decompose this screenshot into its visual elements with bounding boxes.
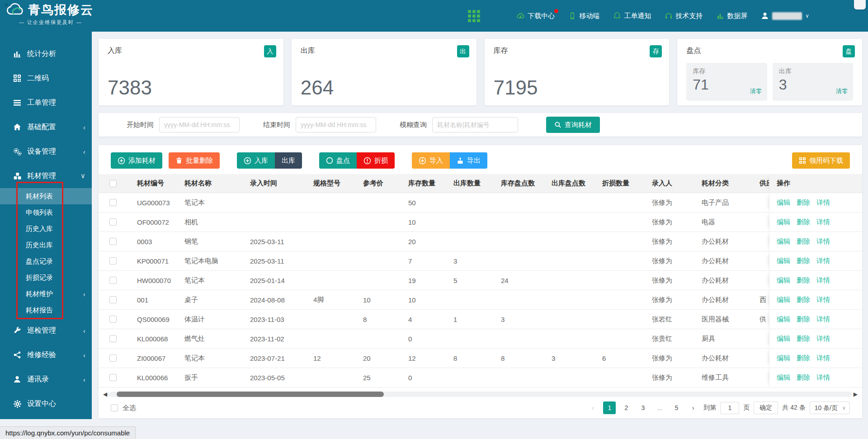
nav-download-center[interactable]: 下载中心 (516, 12, 555, 20)
loss-button[interactable]: 折损 (357, 152, 395, 169)
import-button[interactable]: 导入 (412, 152, 450, 169)
detail-link[interactable]: 详情 (816, 276, 830, 285)
edit-link[interactable]: 编辑 (777, 373, 790, 382)
edit-link[interactable]: 编辑 (777, 257, 790, 265)
end-time-input[interactable] (296, 117, 376, 132)
detail-link[interactable]: 详情 (816, 315, 830, 324)
delete-link[interactable]: 删除 (797, 237, 810, 246)
user-menu[interactable]: ∨ (761, 12, 809, 20)
sidebar-item-qrcode[interactable]: 二维码 (0, 66, 92, 90)
sidebar-item-repair-experience[interactable]: 维修经验 ‹ (0, 343, 92, 367)
detail-link[interactable]: 详情 (816, 237, 830, 246)
nav-mobile[interactable]: 移动端 (568, 12, 599, 20)
jump-page-input[interactable] (720, 402, 739, 414)
sidebar-item-statistics[interactable]: 统计分析 (0, 42, 92, 66)
row-checkbox[interactable] (109, 238, 117, 245)
apps-grid-icon[interactable] (468, 10, 480, 22)
clear-to-zero-link[interactable]: 清零 (750, 87, 762, 95)
row-checkbox[interactable] (109, 257, 117, 264)
scrollbar-thumb[interactable] (117, 392, 384, 397)
sidebar-item-settings-center[interactable]: 设置中心 (0, 392, 92, 416)
sidebar-item-consumables[interactable]: 耗材管理 ∨ (0, 164, 92, 188)
start-time-label: 开始时间 (127, 121, 154, 129)
clear-to-zero-link[interactable]: 清零 (836, 87, 848, 95)
scroll-right-icon[interactable]: ▶ (854, 392, 858, 397)
edit-link[interactable]: 编辑 (777, 296, 790, 304)
detail-link[interactable]: 详情 (816, 198, 830, 207)
delete-link[interactable]: 删除 (797, 198, 810, 207)
add-consumable-button[interactable]: 添加耗材 (111, 152, 162, 169)
start-time-input[interactable] (159, 117, 240, 132)
edit-link[interactable]: 编辑 (777, 335, 790, 343)
delete-link[interactable]: 删除 (797, 315, 810, 324)
detail-link[interactable]: 详情 (816, 296, 830, 304)
page-size-select[interactable]: 10 条/页 ∨ (810, 401, 850, 414)
page-button-5[interactable]: 5 (670, 401, 683, 414)
delete-link[interactable]: 删除 (797, 373, 810, 382)
sidebar-subitem-consumable-list[interactable]: 耗材列表 (0, 188, 92, 204)
detail-link[interactable]: 详情 (816, 373, 830, 382)
select-all-checkbox[interactable] (109, 180, 117, 187)
sidebar-item-contacts[interactable]: 通讯录 ‹ (0, 367, 92, 392)
delete-link[interactable]: 删除 (797, 335, 810, 343)
sidebar-subitem-history-outbound[interactable]: 历史出库 (0, 237, 92, 253)
sidebar-subitem-history-inbound[interactable]: 历史入库 (0, 221, 92, 237)
delete-link[interactable]: 删除 (797, 296, 810, 304)
edit-link[interactable]: 编辑 (777, 315, 790, 324)
nav-work-order-notice[interactable]: 工单通知 (613, 12, 651, 20)
edit-link[interactable]: 编辑 (777, 218, 790, 227)
row-checkbox[interactable] (109, 354, 117, 362)
sidebar-item-device-management[interactable]: 设备管理 ‹ (0, 139, 92, 164)
nav-tech-support[interactable]: 技术支持 (665, 12, 703, 20)
prev-page-button[interactable]: ‹ (586, 401, 599, 414)
sidebar-subitem-consumable-maintenance[interactable]: 耗材维护‹ (0, 286, 92, 302)
sidebar-subitem-check-records[interactable]: 盘点记录 (0, 253, 92, 269)
page-button-3[interactable]: 3 (637, 401, 649, 414)
detail-link[interactable]: 详情 (816, 257, 830, 265)
row-checkbox[interactable] (109, 277, 117, 284)
nav-data-screen[interactable]: 数据屏 (716, 12, 747, 20)
edit-link[interactable]: 编辑 (777, 354, 790, 363)
scroll-left-icon[interactable]: ◀ (103, 392, 107, 397)
row-checkbox[interactable] (109, 296, 117, 303)
detail-link[interactable]: 详情 (816, 335, 830, 343)
page-button-2[interactable]: 2 (620, 401, 632, 414)
inbound-button[interactable]: 入库 (237, 152, 275, 169)
fuzzy-search-input[interactable] (432, 117, 518, 132)
delete-link[interactable]: 删除 (797, 354, 810, 363)
row-checkbox[interactable] (109, 316, 117, 323)
export-button[interactable]: 导出 (450, 152, 487, 169)
cell-code: QS000069 (132, 310, 180, 329)
cell-out: 1 (449, 310, 496, 329)
detail-link[interactable]: 详情 (816, 218, 830, 227)
sidebar-subitem-consumable-report[interactable]: 耗材报告 (0, 302, 92, 318)
select-all-footer-checkbox[interactable] (111, 404, 118, 411)
row-checkbox[interactable] (109, 199, 117, 206)
delete-link[interactable]: 删除 (797, 218, 810, 227)
sidebar-item-work-orders[interactable]: 工单管理 (0, 90, 92, 115)
scrollbar-track[interactable] (109, 392, 852, 397)
sidebar-subitem-loss-records[interactable]: 折损记录 (0, 269, 92, 286)
row-checkbox[interactable] (109, 374, 117, 381)
page-button-1[interactable]: 1 (603, 401, 616, 414)
cell-stock-check (496, 193, 547, 212)
stocktake-button[interactable]: 盘点 (319, 152, 357, 169)
search-consumable-button[interactable]: 查询耗材 (546, 117, 600, 133)
sidebar-item-inspection[interactable]: 巡检管理 ‹ (0, 318, 92, 343)
outbound-button[interactable]: 出库 (275, 152, 302, 169)
batch-delete-button[interactable]: 批量删除 (169, 152, 220, 169)
next-page-button[interactable]: › (687, 401, 699, 414)
row-checkbox[interactable] (109, 218, 117, 226)
claim-code-download-button[interactable]: 领用码下载 (792, 152, 850, 169)
cell-out (449, 212, 496, 231)
delete-link[interactable]: 删除 (797, 257, 810, 265)
delete-link[interactable]: 删除 (797, 276, 810, 285)
detail-link[interactable]: 详情 (816, 354, 830, 363)
sidebar-item-basic-config[interactable]: 基础配置 ‹ (0, 115, 92, 139)
edit-link[interactable]: 编辑 (777, 237, 790, 246)
confirm-button[interactable]: 确定 (754, 401, 778, 414)
edit-link[interactable]: 编辑 (777, 276, 790, 285)
row-checkbox[interactable] (109, 335, 117, 342)
edit-link[interactable]: 编辑 (777, 198, 790, 207)
sidebar-subitem-claim-list[interactable]: 申领列表 (0, 204, 92, 221)
